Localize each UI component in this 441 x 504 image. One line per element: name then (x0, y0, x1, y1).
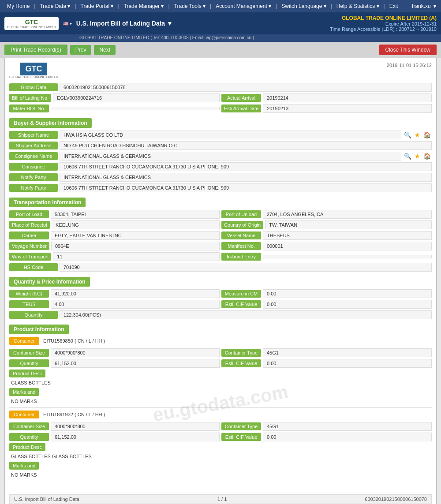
logo: GTC GLOBAL TRADE ONLINE LIMITED (4, 17, 59, 30)
record-footer-left: U.S. Import Bill of Lading Data (14, 497, 79, 502)
esti-cif-label: Esti. CIF Value (221, 300, 261, 308)
close-window-button[interactable]: Close This Window (379, 45, 437, 55)
teus-value: 4.00 (51, 300, 220, 309)
actual-arrival-label: Actual Arrival (221, 94, 261, 102)
top-navigation: My Home | Trade Data ▾ | Trade Portal ▾ … (0, 0, 441, 12)
record-timestamp: 2019-11-01 15:26:12 (387, 63, 432, 68)
quantity-price-header: Quantity & Price Information (9, 277, 90, 287)
print-button[interactable]: Print Trade Record(s) (4, 45, 67, 55)
nav-help-statistics[interactable]: Help & Statistics ▾ (333, 2, 383, 11)
country-origin-col: Country of Origin TW, TAIWAN (221, 220, 432, 229)
consignee-search-icon[interactable]: 🔍 (403, 152, 412, 161)
quantity-row: Quantity 122,304.00(PCS) (9, 310, 432, 319)
header-bar: GTC GLOBAL TRADE ONLINE LIMITED 🇺🇸 ▾ U.S… (0, 12, 441, 34)
way-transport-value: 11 (53, 252, 220, 261)
teus-col: TEUS 4.00 (9, 300, 220, 309)
consignee-name-value: INTERNATIONAL GLASS & CERAMICS (60, 152, 401, 161)
star-icon[interactable]: ★ (414, 131, 421, 139)
actual-arrival-col: Actual Arrival 20190214 (221, 93, 432, 102)
nav-account-management[interactable]: Account Management ▾ (212, 2, 275, 11)
global-data-value: 60032019021500006150078 (60, 83, 432, 92)
carrier-label: Carrier (9, 231, 49, 239)
header-company-info: GLOBAL TRADE ONLINE LIMITED (A) Expire A… (330, 15, 437, 32)
teus-label: TEUS (9, 300, 49, 308)
nav-exit[interactable]: Exit (386, 2, 402, 11)
nav-trade-manager[interactable]: Trade Manager ▾ (120, 2, 168, 11)
bol-label: Bill of Lading No. (9, 94, 51, 102)
weight-value: 41,920.00 (51, 289, 220, 298)
ldr-label: Time Range Accessible (LDR) : 200712 ~ 2… (330, 26, 437, 32)
nav-switch-language[interactable]: Switch Language ▾ (278, 2, 329, 11)
consignee-value: 10606 7TH STREET RANCHO CUCAMONGA CA 917… (60, 162, 432, 171)
master-bol-row: Mater BOL No. Esti Arrival Date 20190213 (9, 104, 432, 113)
container-2-value: EITU1891932 ( CN / L / HH ) (41, 412, 105, 417)
quantity-value: 122,304.00(PCS) (60, 310, 432, 319)
container-1-qty-label: Quantity (9, 359, 49, 367)
container-2-size-type-row: Container Size 4000*900*800 Container Ty… (9, 422, 432, 431)
container-1-size-type-row: Container Size 4000*900*800 Container Ty… (9, 348, 432, 357)
voyage-value: 0964E (51, 242, 220, 250)
container-2-label: Container (9, 411, 39, 418)
container-1-block: Container EITU1569850 ( CN / L / HH ) Co… (9, 337, 432, 405)
manifest-value: 000001 (263, 242, 432, 250)
logo-text: GTC (25, 19, 38, 26)
buyer-supplier-header: Buyer & Supplier Information (9, 118, 92, 128)
actual-arrival-value: 20190214 (263, 93, 432, 102)
container-1-cif-label: Esti. CIF Value (221, 359, 261, 367)
consignee-star-icon[interactable]: ★ (414, 152, 421, 161)
next-button[interactable]: Next (94, 45, 116, 55)
container-2-qty-label: Quantity (9, 433, 49, 441)
shipper-address-label: Shipper Address (9, 142, 58, 149)
page-title: U.S. Import Bill of Lading Data ▼ (76, 20, 173, 27)
vessel-label: Vessel Name (221, 231, 261, 239)
container-1-size-label: Container Size (9, 349, 49, 357)
global-data-label: Global Data (9, 83, 58, 91)
nav-trade-portal[interactable]: Trade Portal ▾ (77, 2, 117, 11)
consignee-home-icon[interactable]: 🏠 (422, 152, 432, 161)
container-2-desc-label: Product Desc (9, 443, 45, 451)
notify-party-label: Notify Party (9, 173, 58, 181)
master-bol-label: Mater BOL No. (9, 105, 49, 112)
record-logo-sub: GLOBAL TRADE ONLINE LIMITED (9, 75, 58, 78)
voyage-manifest-row: Voyage Number 0964E Manifest No. 000001 (9, 242, 432, 250)
country-origin-value: TW, TAIWAN (265, 220, 432, 229)
master-bol-value (51, 107, 220, 110)
teus-cif-row: TEUS 4.00 Esti. CIF Value 0.00 (9, 300, 432, 309)
container-2-cif-label: Esti. CIF Value (221, 433, 261, 441)
record-logo: GTC GLOBAL TRADE ONLINE LIMITED (9, 63, 58, 78)
country-origin-label: Country of Origin (221, 221, 263, 229)
container-2-size-value: 4000*900*800 (51, 422, 220, 431)
record-header: GTC GLOBAL TRADE ONLINE LIMITED 2019-11-… (9, 63, 432, 78)
container-1-type-value: 45G1 (263, 348, 432, 357)
carrier-col: Carrier EGLY, EAGLE VAN LINES INC (9, 231, 220, 240)
main-content: GTC GLOBAL TRADE ONLINE LIMITED 2019-11-… (4, 58, 437, 504)
nav-my-home[interactable]: My Home (4, 2, 33, 11)
weight-label: Weight (KG) (9, 290, 49, 298)
home-icon[interactable]: 🏠 (422, 131, 432, 139)
notify-party2-row: Notify Party 10606 7TH STREET RANCHO CUC… (9, 183, 432, 192)
shipper-name-row: Shipper Name HWA HSIA GLASS CO LTD 🔍 ★ 🏠 (9, 131, 432, 139)
container-2-size-label: Container Size (9, 422, 49, 430)
port-row: Port of Load 58304, TAIPEI Port of Unloa… (9, 210, 432, 219)
search-icon[interactable]: 🔍 (403, 131, 412, 139)
weight-col: Weight (KG) 41,920.00 (9, 289, 220, 298)
nav-trade-tools[interactable]: Trade Tools ▾ (171, 2, 209, 11)
inbond-value (263, 255, 432, 258)
notify-party2-label: Notify Party (9, 184, 58, 192)
nav-trade-data[interactable]: Trade Data ▾ (36, 2, 74, 11)
measure-label: Measure in CM (221, 290, 261, 298)
container-2-block: Container EITU1891932 ( CN / L / HH ) Co… (9, 411, 432, 478)
carrier-vessel-row: Carrier EGLY, EAGLE VAN LINES INC Vessel… (9, 231, 432, 240)
container-2-desc-value: GLASS BOTTLES GLASS BOTTLES (9, 453, 432, 460)
user-name[interactable]: frank.xu ▼ (412, 3, 437, 9)
container-1-cif-value: 0.00 (263, 359, 432, 368)
vessel-value: THESEUS (263, 231, 432, 240)
sub-header: GLOBAL TRADE ONLINE LIMITED ( Tel: 400-7… (0, 34, 441, 42)
inbond-label: In-bond Entry (221, 253, 261, 261)
global-data-row: Global Data 60032019021500006150078 (9, 83, 432, 92)
measure-col: Measure in CM 0.00 (221, 289, 432, 298)
shipper-address-value: NO 49 PUU CHIEN ROAD HSINCHU TAIWANR O C (60, 141, 432, 150)
port-of-load-label: Port of Load (9, 210, 49, 218)
record-footer: U.S. Import Bill of Lading Data 1 / 1 60… (9, 494, 432, 504)
prev-button[interactable]: Prev (70, 45, 92, 55)
